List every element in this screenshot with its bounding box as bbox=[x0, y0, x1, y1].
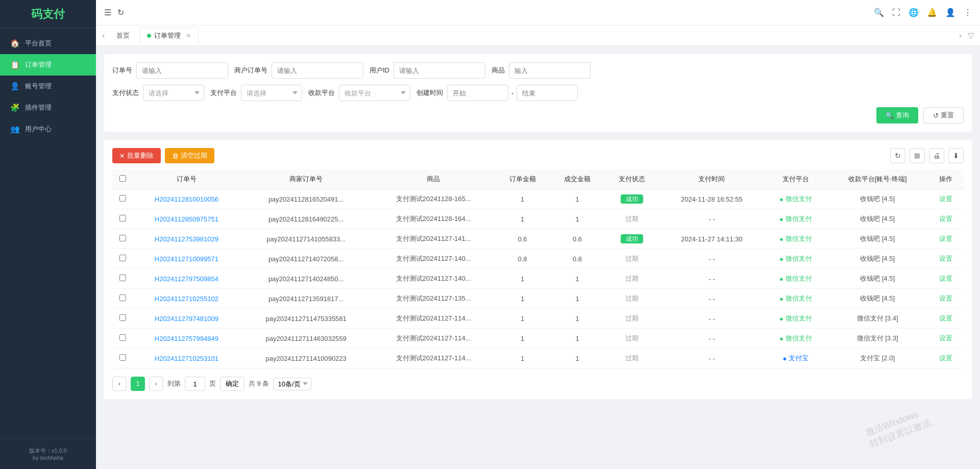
row-checkbox[interactable] bbox=[119, 354, 126, 361]
filter-actions: 🔍 查询 ↺ 重置 bbox=[112, 107, 964, 124]
sidebar-item-plugins[interactable]: 🧩 插件管理 bbox=[0, 97, 96, 118]
row-checkbox[interactable] bbox=[119, 334, 126, 341]
td-checkbox bbox=[112, 229, 133, 249]
set-button[interactable]: 设置 bbox=[939, 294, 952, 303]
batch-delete-button[interactable]: ✕ 批量删除 bbox=[112, 148, 161, 163]
sidebar-item-orders[interactable]: 📋 订单管理 bbox=[0, 54, 96, 76]
table-print-btn[interactable]: 🖨 bbox=[929, 148, 944, 163]
clear-icon: 🗑 bbox=[172, 152, 179, 160]
order-no-link[interactable]: H2024112710255102 bbox=[155, 295, 218, 303]
prev-page-btn[interactable]: ‹ bbox=[112, 377, 127, 391]
merchant-order-input[interactable] bbox=[272, 62, 363, 79]
tab-expand-btn[interactable]: ▽ bbox=[966, 31, 976, 40]
td-checkbox bbox=[112, 309, 133, 329]
order-no-input[interactable] bbox=[136, 62, 228, 79]
sidebar-item-home[interactable]: 🏠 平台首页 bbox=[0, 33, 96, 54]
row-checkbox[interactable] bbox=[119, 255, 126, 261]
notification-icon[interactable]: 🔔 bbox=[927, 8, 937, 17]
search-btn-icon: 🔍 bbox=[886, 112, 894, 119]
home-icon: 🏠 bbox=[10, 39, 20, 48]
table-export-btn[interactable]: ⬇ bbox=[948, 148, 964, 163]
td-merchant-order: pay2024112711410090223 bbox=[240, 349, 372, 368]
set-button[interactable]: 设置 bbox=[939, 254, 952, 263]
per-page-select[interactable]: 10条/页 bbox=[273, 378, 311, 390]
table-columns-btn[interactable]: ⊞ bbox=[910, 148, 925, 163]
next-page-btn[interactable]: › bbox=[149, 377, 163, 391]
order-no-link[interactable]: H2024112710099571 bbox=[155, 255, 218, 263]
td-pay-platform: ●微信支付 bbox=[764, 309, 827, 329]
set-button[interactable]: 设置 bbox=[939, 314, 952, 323]
row-checkbox[interactable] bbox=[119, 195, 126, 202]
td-merchant-order: pay2024112714024850... bbox=[240, 269, 372, 289]
more-icon[interactable]: ⋮ bbox=[964, 8, 972, 17]
row-checkbox[interactable] bbox=[119, 314, 126, 321]
row-checkbox[interactable] bbox=[119, 294, 126, 301]
reset-button[interactable]: ↺ 重置 bbox=[923, 107, 964, 124]
order-no-link[interactable]: H2024112810010056 bbox=[155, 195, 218, 203]
tab-orders[interactable]: 订单管理 ✕ bbox=[139, 28, 199, 44]
order-no-link[interactable]: H2024112710253101 bbox=[155, 355, 218, 362]
clear-expired-button[interactable]: 🗑 清空过期 bbox=[165, 148, 214, 163]
order-no-link[interactable]: H2024112850975751 bbox=[155, 215, 218, 223]
set-button[interactable]: 设置 bbox=[939, 234, 952, 243]
user-profile-icon[interactable]: 👤 bbox=[945, 8, 955, 17]
fullscreen-icon[interactable]: ⛶ bbox=[892, 8, 900, 17]
sidebar-item-accounts[interactable]: 👤 账号管理 bbox=[0, 76, 96, 97]
page-goto-input[interactable] bbox=[185, 377, 205, 391]
td-checkbox bbox=[112, 289, 133, 309]
row-checkbox[interactable] bbox=[119, 235, 126, 241]
td-product: 支付测试20241127-114... bbox=[372, 309, 495, 329]
td-order-no: H2024112710255102 bbox=[133, 289, 240, 309]
set-button[interactable]: 设置 bbox=[939, 194, 952, 204]
order-no-link[interactable]: H2024112797509854 bbox=[155, 275, 218, 283]
filter-panel: 订单号 商户订单号 用户ID 商品 支付状态 bbox=[104, 54, 972, 132]
page-1-btn[interactable]: 1 bbox=[131, 377, 145, 391]
td-pay-status: 成功 bbox=[605, 189, 659, 209]
td-order-no: H2024112753981029 bbox=[133, 229, 240, 249]
td-merchant-order: pay20241127141055833... bbox=[240, 229, 372, 249]
sidebar-item-users[interactable]: 👥 用户中心 bbox=[0, 118, 96, 140]
td-pay-time: - - bbox=[659, 269, 764, 289]
globe-icon[interactable]: 🌐 bbox=[909, 8, 919, 17]
set-button[interactable]: 设置 bbox=[939, 334, 952, 343]
product-input[interactable] bbox=[509, 62, 591, 79]
content-area: 订单号 商户订单号 用户ID 商品 支付状态 bbox=[96, 46, 980, 469]
user-id-input[interactable] bbox=[394, 62, 485, 79]
td-deal-amount: 1 bbox=[550, 189, 604, 209]
th-pay-time: 支付时间 bbox=[659, 169, 764, 189]
pay-status-select[interactable]: 请选择 bbox=[143, 85, 204, 101]
start-time-input[interactable] bbox=[447, 85, 508, 101]
set-button[interactable]: 设置 bbox=[939, 214, 952, 224]
order-no-link[interactable]: H2024112757994849 bbox=[155, 335, 218, 342]
menu-toggle-icon[interactable]: ☰ bbox=[104, 8, 111, 17]
order-no-link[interactable]: H2024112797481009 bbox=[155, 315, 218, 323]
tab-close-icon[interactable]: ✕ bbox=[186, 32, 191, 39]
tab-home[interactable]: 首页 bbox=[109, 28, 137, 44]
order-no-link[interactable]: H2024112753981029 bbox=[155, 235, 218, 243]
tab-prev-btn[interactable]: ‹ bbox=[100, 31, 107, 40]
table-row: H2024112710255102 pay2024112713591817...… bbox=[112, 289, 964, 309]
end-time-input[interactable] bbox=[517, 85, 578, 101]
td-product: 支付测试20241128-165... bbox=[372, 189, 495, 209]
wechat-icon: ● bbox=[779, 235, 783, 243]
td-pay-platform: ●微信支付 bbox=[764, 269, 827, 289]
row-checkbox[interactable] bbox=[119, 275, 126, 281]
table-refresh-btn[interactable]: ↻ bbox=[890, 148, 905, 163]
order-no-label: 订单号 bbox=[112, 66, 132, 75]
set-button[interactable]: 设置 bbox=[939, 274, 952, 283]
topbar: ☰ ↻ 🔍 ⛶ 🌐 🔔 👤 ⋮ bbox=[96, 0, 980, 26]
refresh-icon[interactable]: ↻ bbox=[117, 8, 124, 17]
td-merchant-order: pay2024112816490225... bbox=[240, 209, 372, 229]
td-order-no: H2024112710099571 bbox=[133, 249, 240, 269]
td-deal-amount: 1 bbox=[550, 329, 604, 349]
collect-platform-select[interactable]: 收款平台 bbox=[339, 85, 410, 101]
search-icon[interactable]: 🔍 bbox=[874, 8, 884, 17]
tab-next-btn[interactable]: › bbox=[957, 31, 964, 40]
row-checkbox[interactable] bbox=[119, 215, 126, 221]
th-pay-platform: 支付平台 bbox=[764, 169, 827, 189]
set-button[interactable]: 设置 bbox=[939, 354, 952, 363]
page-confirm-btn[interactable]: 确定 bbox=[220, 377, 244, 391]
pay-platform-select[interactable]: 请选择 bbox=[241, 85, 302, 101]
search-button[interactable]: 🔍 查询 bbox=[876, 107, 918, 124]
select-all-checkbox[interactable] bbox=[119, 175, 126, 182]
